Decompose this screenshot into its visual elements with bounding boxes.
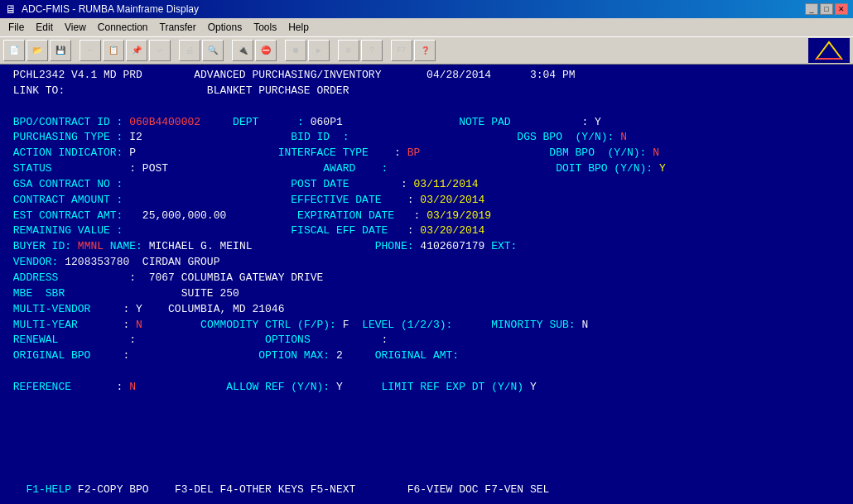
window-title: ADC-FMIS - RUMBA Mainframe Display bbox=[22, 3, 199, 15]
blank-line-2 bbox=[7, 364, 846, 380]
link-line: LINK TO: BLANKET PURCHASE ORDER bbox=[7, 84, 846, 99]
est-contract-line: EST CONTRACT AMT: 25,000,000.00 EXPIRATI… bbox=[7, 209, 846, 224]
bpo-contract-id-label: BPO/CONTRACT ID : bbox=[7, 115, 123, 131]
fn-bar1: F1-HELP F2-COPY BPO F3-DEL F4-OTHER KEYS… bbox=[0, 468, 853, 497]
renewal-line: RENEWAL : OPTIONS : bbox=[7, 333, 846, 348]
fn-bar2: F8-ELEM F9-LINK F10-SAVE F11-VEN SELECT … bbox=[0, 497, 853, 504]
tb-save[interactable]: 💾 bbox=[50, 40, 71, 61]
tb-help2[interactable]: ❓ bbox=[414, 40, 436, 61]
maximize-button[interactable]: □ bbox=[820, 3, 833, 15]
vendor-line: VENDOR: 1208353780 CIRDAN GROUP bbox=[7, 255, 846, 271]
multi-vendor-line: MULTI-VENDOR : Y COLUMBIA, MD 21046 bbox=[7, 302, 846, 318]
note-pad-label: NOTE PAD bbox=[459, 115, 510, 131]
multi-year-line: MULTI-YEAR : N COMMODITY CTRL (F/P): F L… bbox=[7, 318, 846, 334]
tb-new[interactable]: 📄 bbox=[3, 40, 25, 61]
purchasing-type-line: PURCHASING TYPE : I2 BID ID : DGS BPO (Y… bbox=[7, 130, 846, 146]
app-icon: 🖥 bbox=[5, 2, 17, 16]
dept-label: DEPT : bbox=[233, 115, 304, 131]
tb-disconnect[interactable]: ⛔ bbox=[255, 40, 277, 61]
menu-file[interactable]: File bbox=[3, 20, 29, 35]
address-line: ADDRESS : 7067 COLUMBIA GATEWAY DRIVE bbox=[7, 271, 846, 286]
menu-transfer[interactable]: Transfer bbox=[155, 20, 201, 35]
reference-line: REFERENCE : N ALLOW REF (Y/N): Y LIMIT R… bbox=[7, 380, 846, 396]
tb-cut[interactable]: ✂ bbox=[80, 40, 101, 61]
menu-help[interactable]: Help bbox=[283, 20, 314, 35]
tb-play[interactable]: ▶ bbox=[308, 40, 330, 61]
toolbar: 📄 📂 💾 ✂ 📋 📌 ↩ 🖨 🔍 🔌 ⛔ ⏺ ▶ ⚙ ? F7 ❓ bbox=[0, 36, 853, 65]
original-bpo-line: ORIGINAL BPO : OPTION MAX: 2 ORIGINAL AM… bbox=[7, 348, 846, 364]
header-line: PCHL2342 V4.1 MD PRD ADVANCED PURCHASING… bbox=[7, 68, 846, 84]
tb-connect[interactable]: 🔌 bbox=[232, 40, 253, 61]
tb-record[interactable]: ⏺ bbox=[285, 40, 306, 61]
menu-tools[interactable]: Tools bbox=[248, 20, 282, 35]
buyer-id-line: BUYER ID: MMNL NAME: MICHAEL G. MEINL PH… bbox=[7, 239, 846, 255]
menu-edit[interactable]: Edit bbox=[31, 20, 58, 35]
tb-undo[interactable]: ↩ bbox=[149, 40, 171, 61]
tb-settings[interactable]: ⚙ bbox=[338, 40, 359, 61]
terminal[interactable]: PCHL2342 V4.1 MD PRD ADVANCED PURCHASING… bbox=[0, 65, 853, 468]
remaining-value-line: REMAINING VALUE : FISCAL EFF DATE : 03/2… bbox=[7, 223, 846, 239]
tb-print[interactable]: 🖨 bbox=[179, 40, 200, 61]
menu-options[interactable]: Options bbox=[203, 20, 247, 35]
bpo-contract-line: BPO/CONTRACT ID : 060B4400002 DEPT : 060… bbox=[7, 115, 846, 131]
blank-line-1 bbox=[7, 99, 846, 115]
menu-bar: File Edit View Connection Transfer Optio… bbox=[0, 18, 853, 36]
gsa-contract-line: GSA CONTRACT NO : POST DATE : 03/11/2014 bbox=[7, 177, 846, 193]
status-line: STATUS : POST AWARD : DOIT BPO (Y/N): Y bbox=[7, 161, 846, 177]
close-button[interactable]: ✕ bbox=[835, 3, 848, 15]
tb-preview[interactable]: 🔍 bbox=[202, 40, 224, 61]
menu-view[interactable]: View bbox=[60, 20, 91, 35]
tb-help[interactable]: ? bbox=[361, 40, 383, 61]
tb-open[interactable]: 📂 bbox=[27, 40, 48, 61]
mbe-suite-line: MBE SBR SUITE 250 bbox=[7, 286, 846, 302]
bpo-contract-id-value: 060B4400002 bbox=[129, 115, 200, 131]
interface-type-value: BP bbox=[407, 146, 421, 161]
menu-connection[interactable]: Connection bbox=[93, 20, 153, 35]
tb-paste[interactable]: 📌 bbox=[126, 40, 147, 61]
app-logo bbox=[808, 38, 850, 63]
tb-f7[interactable]: F7 bbox=[391, 40, 412, 61]
minimize-button[interactable]: _ bbox=[805, 3, 818, 15]
title-bar-left: 🖥 ADC-FMIS - RUMBA Mainframe Display bbox=[5, 2, 199, 16]
contract-amount-line: CONTRACT AMOUNT : EFFECTIVE DATE : 03/20… bbox=[7, 193, 846, 209]
title-bar: 🖥 ADC-FMIS - RUMBA Mainframe Display _ □… bbox=[0, 0, 853, 18]
title-bar-controls[interactable]: _ □ ✕ bbox=[805, 3, 848, 15]
tb-copy[interactable]: 📋 bbox=[103, 40, 124, 61]
action-indicator-line: ACTION INDICATOR: P INTERFACE TYPE : BP … bbox=[7, 146, 846, 161]
